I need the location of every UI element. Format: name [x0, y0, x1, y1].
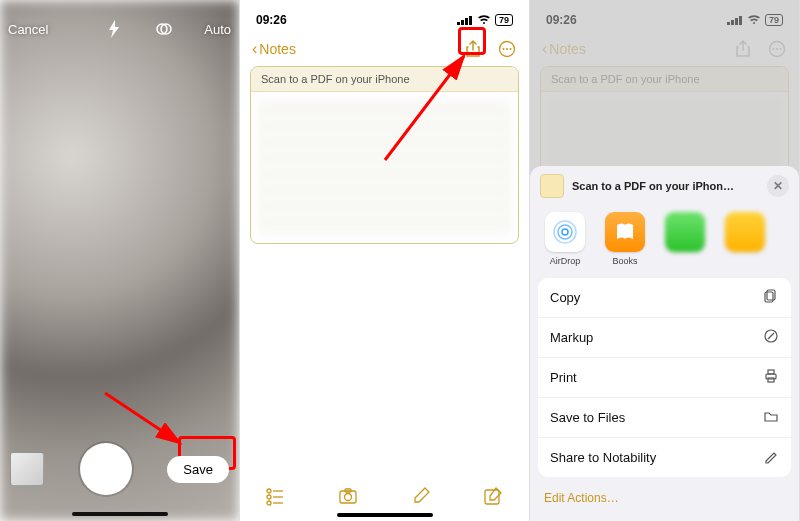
share-app-label: Books	[612, 256, 637, 266]
svg-point-29	[780, 48, 782, 50]
camera-icon[interactable]	[336, 484, 360, 508]
compose-icon[interactable]	[481, 484, 505, 508]
svg-rect-3	[457, 22, 460, 25]
battery-level: 79	[495, 14, 513, 26]
battery-level: 79	[765, 14, 783, 26]
action-label: Print	[550, 370, 577, 385]
more-icon[interactable]	[497, 39, 517, 59]
status-bar: 09:26 79	[530, 0, 799, 32]
wifi-icon	[477, 15, 491, 25]
action-print[interactable]: Print	[538, 358, 791, 398]
folder-icon	[763, 408, 779, 427]
share-app-airdrop[interactable]: AirDrop	[542, 212, 588, 266]
note-card: Scan to a PDF on your iPhone	[250, 66, 519, 244]
chevron-left-icon: ‹	[252, 40, 257, 58]
airdrop-icon	[545, 212, 585, 252]
cancel-button[interactable]: Cancel	[8, 22, 48, 37]
screen-share-sheet: 09:26 79 ‹ Notes Scan to a PDF on your i…	[530, 0, 800, 521]
copy-icon	[763, 288, 779, 307]
books-icon	[605, 212, 645, 252]
status-right: 79	[457, 14, 513, 26]
home-indicator	[337, 513, 433, 517]
svg-rect-4	[461, 20, 464, 25]
back-label: Notes	[549, 41, 586, 57]
action-copy[interactable]: Copy	[538, 278, 791, 318]
action-save-to-files[interactable]: Save to Files	[538, 398, 791, 438]
action-label: Save to Files	[550, 410, 625, 425]
svg-point-10	[510, 48, 512, 50]
svg-rect-24	[735, 18, 738, 25]
status-time: 09:26	[256, 13, 287, 27]
svg-point-8	[503, 48, 505, 50]
svg-rect-25	[739, 16, 742, 25]
flash-icon[interactable]	[104, 19, 124, 39]
screen-scanner: Cancel Auto Save	[0, 0, 240, 521]
share-app-label	[744, 256, 747, 266]
svg-rect-22	[727, 22, 730, 25]
back-label: Notes	[259, 41, 296, 57]
svg-point-27	[773, 48, 775, 50]
print-icon	[763, 368, 779, 387]
svg-rect-6	[469, 16, 472, 25]
svg-point-9	[506, 48, 508, 50]
markup-icon	[763, 328, 779, 347]
highlight-share-icon	[458, 27, 486, 55]
svg-rect-17	[340, 491, 356, 503]
status-time: 09:26	[546, 13, 577, 27]
share-icon	[733, 39, 753, 59]
note-title: Scan to a PDF on your iPhone	[541, 67, 788, 92]
auto-button[interactable]: Auto	[204, 22, 231, 37]
svg-point-31	[558, 225, 572, 239]
pencil-icon	[763, 448, 779, 467]
shutter-button[interactable]	[80, 443, 132, 495]
note-title: Scan to a PDF on your iPhone	[251, 67, 518, 92]
share-sheet: Scan to a PDF on your iPhon… ✕ AirDrop B…	[530, 166, 799, 521]
svg-point-11	[267, 489, 271, 493]
svg-point-15	[267, 501, 271, 505]
share-app-books[interactable]: Books	[602, 212, 648, 266]
save-button[interactable]: Save	[167, 456, 229, 483]
svg-point-13	[267, 495, 271, 499]
filter-icon[interactable]	[154, 19, 174, 39]
app-icon	[725, 212, 765, 252]
svg-rect-23	[731, 20, 734, 25]
checklist-icon[interactable]	[264, 484, 288, 508]
svg-point-18	[345, 494, 352, 501]
signal-icon	[727, 15, 743, 25]
action-share-notability[interactable]: Share to Notability	[538, 438, 791, 477]
svg-rect-5	[465, 18, 468, 25]
camera-bottom-bar: Save	[0, 435, 239, 521]
back-button: ‹ Notes	[542, 40, 586, 58]
share-action-list: Copy Markup Print Save to Files	[538, 278, 791, 477]
screen-note: 09:26 79 ‹ Notes Scan to a PDF on your i…	[240, 0, 530, 521]
scanned-document[interactable]	[259, 100, 510, 235]
status-right: 79	[727, 14, 783, 26]
signal-icon	[457, 15, 473, 25]
chevron-left-icon: ‹	[542, 40, 547, 58]
close-icon[interactable]: ✕	[767, 175, 789, 197]
svg-rect-37	[768, 370, 774, 374]
svg-point-28	[776, 48, 778, 50]
status-bar: 09:26 79	[240, 0, 529, 32]
share-app-wechat[interactable]	[662, 212, 708, 266]
share-app-generic[interactable]	[722, 212, 768, 266]
wifi-icon	[747, 15, 761, 25]
share-app-label: AirDrop	[550, 256, 581, 266]
action-label: Share to Notability	[550, 450, 656, 465]
scan-thumbnail[interactable]	[10, 452, 44, 486]
back-button[interactable]: ‹ Notes	[252, 40, 296, 58]
action-label: Markup	[550, 330, 593, 345]
svg-point-30	[562, 229, 568, 235]
share-app-row: AirDrop Books	[530, 206, 799, 278]
share-sheet-header: Scan to a PDF on your iPhon… ✕	[530, 166, 799, 206]
action-markup[interactable]: Markup	[538, 318, 791, 358]
action-label: Copy	[550, 290, 580, 305]
markup-icon[interactable]	[409, 484, 433, 508]
share-app-label	[684, 256, 687, 266]
camera-top-bar: Cancel Auto	[0, 0, 239, 48]
navbar-dimmed: ‹ Notes	[530, 32, 799, 66]
share-sheet-thumbnail	[540, 174, 564, 198]
more-icon	[767, 39, 787, 59]
edit-actions-button[interactable]: Edit Actions…	[530, 483, 799, 515]
share-sheet-title: Scan to a PDF on your iPhon…	[572, 180, 759, 192]
